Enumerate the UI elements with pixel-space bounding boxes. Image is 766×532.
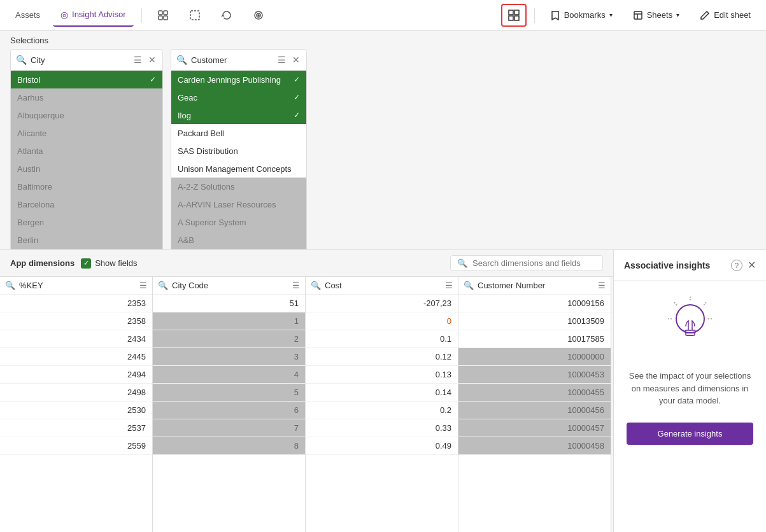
cost-row-02[interactable]: 0.2 xyxy=(306,402,458,419)
show-fields-checkbox[interactable]: ✓ xyxy=(81,258,91,269)
cost-column-header: 🔍 Cost ☰ xyxy=(306,277,458,295)
key-column-title: %KEY xyxy=(19,281,136,290)
custnum-row-10000456[interactable]: 10000456 xyxy=(458,402,611,419)
insight-advisor-tab[interactable]: ◎ Insight Advisor xyxy=(53,4,134,27)
customer-item-sas[interactable]: SAS Distribution xyxy=(171,142,306,160)
cost-row-01[interactable]: 0.1 xyxy=(306,330,458,348)
svg-rect-10 xyxy=(509,16,513,20)
key-row-2559[interactable]: 2559 xyxy=(0,437,152,455)
target-icon-button[interactable] xyxy=(245,4,272,27)
custnum-row-10013509[interactable]: 10013509 xyxy=(458,312,611,330)
custnum-row-10009156[interactable]: 10009156 xyxy=(458,295,611,312)
generate-insights-button[interactable]: Generate insights xyxy=(627,423,753,445)
custnum-row-10000458[interactable]: 10000458 xyxy=(458,437,611,455)
edit-sheet-button[interactable]: Edit sheet xyxy=(692,4,758,27)
city-item-austin[interactable]: Austin xyxy=(11,160,162,178)
key-row-2434[interactable]: 2434 xyxy=(0,330,152,348)
snap-icon-button[interactable] xyxy=(150,4,176,27)
cost-list-icon[interactable]: ☰ xyxy=(445,281,453,290)
customer-item-geac[interactable]: Geac✓ xyxy=(171,88,306,106)
assets-tab[interactable]: Assets xyxy=(8,4,48,27)
svg-rect-3 xyxy=(164,16,167,20)
city-item-aarhus[interactable]: Aarhus xyxy=(11,88,162,106)
sheets-icon xyxy=(633,10,643,20)
bookmarks-button[interactable]: Bookmarks ▾ xyxy=(543,4,620,27)
sheets-label: Sheets xyxy=(647,10,672,20)
insights-help-icon[interactable]: ? xyxy=(731,260,742,271)
citycode-row-6[interactable]: 6 xyxy=(153,402,305,419)
key-rows: 2353 2358 2434 2445 2494 2498 2530 2537 … xyxy=(0,295,152,532)
key-row-2530[interactable]: 2530 xyxy=(0,402,152,419)
citycode-row-1[interactable]: 1 xyxy=(153,312,305,330)
cost-row-014[interactable]: 0.14 xyxy=(306,384,458,402)
cost-rows: -207,23 0 0.1 0.12 0.13 0.14 0.2 0.33 0.… xyxy=(306,295,458,532)
citycode-row-5[interactable]: 5 xyxy=(153,384,305,402)
citycode-row-8[interactable]: 8 xyxy=(153,437,305,455)
city-item-barcelona[interactable]: Barcelona xyxy=(11,195,162,213)
key-row-2445[interactable]: 2445 xyxy=(0,348,152,366)
grid-view-button[interactable] xyxy=(501,4,527,27)
svg-rect-9 xyxy=(514,10,519,15)
insights-description: See the impact of your selections on mea… xyxy=(627,370,753,407)
customernum-list-icon[interactable]: ☰ xyxy=(598,281,606,290)
customer-list-icon[interactable]: ☰ xyxy=(276,53,287,66)
custnum-row-10000457[interactable]: 10000457 xyxy=(458,419,611,437)
insights-close-icon[interactable]: ✕ xyxy=(748,259,756,271)
dimensions-search-bar[interactable]: 🔍 xyxy=(450,255,603,271)
citycode-row-51[interactable]: 51 xyxy=(153,295,305,312)
customer-item-ilog[interactable]: Ilog✓ xyxy=(171,106,306,124)
city-item-berlin[interactable]: Berlin xyxy=(11,231,162,249)
refresh-icon-button[interactable] xyxy=(213,4,240,27)
customernum-column-title: Customer Number xyxy=(478,281,594,290)
city-item-alicante[interactable]: Alicante xyxy=(11,124,162,142)
select-icon-button[interactable] xyxy=(181,4,208,27)
cost-column-title: Cost xyxy=(325,281,441,290)
key-row-2353[interactable]: 2353 xyxy=(0,295,152,312)
key-row-2358[interactable]: 2358 xyxy=(0,312,152,330)
custnum-row-10000000[interactable]: 10000000 xyxy=(458,348,611,366)
bookmarks-label: Bookmarks xyxy=(564,10,606,20)
citycode-row-2[interactable]: 2 xyxy=(153,330,305,348)
customer-item-unison[interactable]: Unison Management Concepts xyxy=(171,160,306,178)
key-row-2537[interactable]: 2537 xyxy=(0,419,152,437)
customer-item-aarvin[interactable]: A-ARVIN Laser Resources xyxy=(171,195,306,213)
city-item-bergen[interactable]: Bergen xyxy=(11,213,162,231)
citycode-row-4[interactable]: 4 xyxy=(153,366,305,384)
customer-item-ab[interactable]: A&B xyxy=(171,231,306,249)
svg-rect-0 xyxy=(159,11,162,15)
show-fields-toggle[interactable]: ✓ Show fields xyxy=(81,258,137,269)
customer-item-asuperior[interactable]: A Superior System xyxy=(171,213,306,231)
dimensions-search-input[interactable] xyxy=(472,258,596,268)
city-item-albuquerque[interactable]: Albuquerque xyxy=(11,106,162,124)
svg-rect-8 xyxy=(509,10,513,15)
insights-title: Associative insights xyxy=(624,260,710,270)
custnum-row-10000455[interactable]: 10000455 xyxy=(458,384,611,402)
cost-row-0[interactable]: 0 xyxy=(306,312,458,330)
customer-close-icon[interactable]: ✕ xyxy=(291,53,301,66)
cost-row-049[interactable]: 0.49 xyxy=(306,437,458,455)
sheets-button[interactable]: Sheets ▾ xyxy=(625,4,687,27)
citycode-column-header: 🔍 City Code ☰ xyxy=(153,277,305,295)
key-list-icon[interactable]: ☰ xyxy=(139,281,147,290)
top-navigation: Assets ◎ Insight Advisor Bookmarks ▾ She… xyxy=(0,0,766,31)
key-row-2494[interactable]: 2494 xyxy=(0,366,152,384)
svg-rect-1 xyxy=(164,11,167,15)
city-item-baltimore[interactable]: Baltimore xyxy=(11,178,162,195)
cost-row-neg207[interactable]: -207,23 xyxy=(306,295,458,312)
city-item-atlanta[interactable]: Atlanta xyxy=(11,142,162,160)
citycode-row-7[interactable]: 7 xyxy=(153,419,305,437)
key-row-2498[interactable]: 2498 xyxy=(0,384,152,402)
customer-item-packard[interactable]: Packard Bell xyxy=(171,124,306,142)
city-list-icon[interactable]: ☰ xyxy=(132,53,143,66)
city-close-icon[interactable]: ✕ xyxy=(147,53,157,66)
cost-row-012[interactable]: 0.12 xyxy=(306,348,458,366)
customer-item-a2z[interactable]: A-2-Z Solutions xyxy=(171,178,306,195)
citycode-list-icon[interactable]: ☰ xyxy=(292,281,300,290)
custnum-row-10000453[interactable]: 10000453 xyxy=(458,366,611,384)
cost-row-033[interactable]: 0.33 xyxy=(306,419,458,437)
citycode-row-3[interactable]: 3 xyxy=(153,348,305,366)
city-item-bristol[interactable]: Bristol✓ xyxy=(11,71,162,88)
cost-row-013[interactable]: 0.13 xyxy=(306,366,458,384)
customer-item-carden[interactable]: Carden Jennings Publishing✓ xyxy=(171,71,306,88)
custnum-row-10017585[interactable]: 10017585 xyxy=(458,330,611,348)
